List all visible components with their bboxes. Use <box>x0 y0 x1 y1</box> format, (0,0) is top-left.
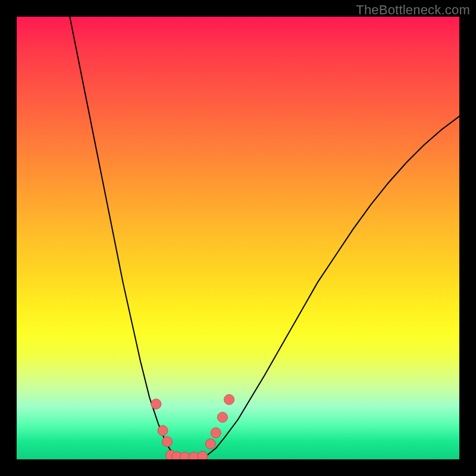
right-marker-3 <box>217 412 227 422</box>
left-marker-2 <box>158 425 168 436</box>
curves-svg <box>17 17 459 459</box>
left-marker-3 <box>162 437 172 447</box>
floor-marker-5 <box>198 451 208 459</box>
chart-frame: TheBottleneck.com <box>0 0 476 476</box>
curve-curve-right <box>207 116 459 455</box>
watermark-text: TheBottleneck.com <box>356 2 470 18</box>
left-marker-1 <box>151 399 161 409</box>
right-marker-2 <box>211 428 221 438</box>
plot-area <box>17 17 459 459</box>
floor-marker-3 <box>180 452 190 459</box>
right-marker-1 <box>205 439 215 449</box>
curve-curve-left <box>70 17 176 456</box>
right-marker-4 <box>224 394 234 405</box>
